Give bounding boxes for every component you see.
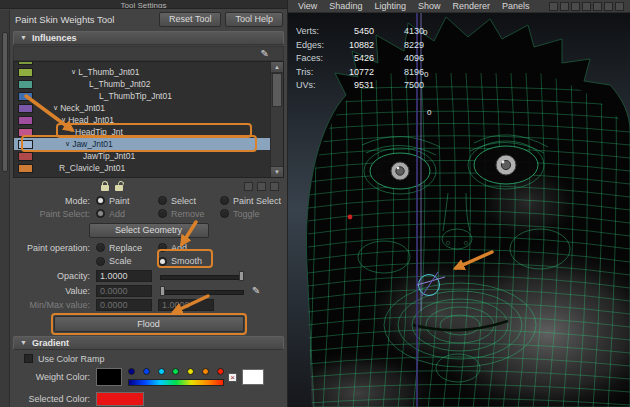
list-item[interactable]: L_Thumb_Jnt02 [14, 78, 283, 90]
mode-paint-select-radio[interactable]: Paint Select [220, 196, 281, 206]
opacity-field[interactable]: 1.0000 [96, 270, 152, 282]
chevron-down-icon: ▼ [20, 336, 27, 349]
influences-list[interactable]: ∨ L_Thumb_Jnt01 L_Thumb_Jnt02 L_ThumbTip… [13, 61, 284, 178]
menu-view[interactable]: View [292, 1, 323, 11]
safe-action-icon[interactable] [615, 2, 624, 11]
menu-show[interactable]: Show [412, 1, 447, 11]
ramp-stop[interactable] [158, 368, 165, 375]
use-color-ramp-checkbox[interactable] [24, 354, 33, 363]
weights-options-icon[interactable] [270, 182, 279, 191]
chevron-down-icon[interactable]: ∨ [71, 68, 76, 76]
select-geometry-button[interactable]: Select Geometry [89, 223, 209, 238]
ramp-stop[interactable] [128, 368, 135, 375]
menu-lighting[interactable]: Lighting [368, 1, 412, 11]
chevron-down-icon[interactable]: ∨ [65, 140, 70, 148]
grid-icon[interactable] [560, 2, 569, 11]
slider-handle[interactable] [160, 286, 165, 296]
list-item[interactable]: ∨ Head_Jnt01 [14, 114, 283, 126]
list-item-selected[interactable]: ∨ Jaw_Jnt01 [14, 138, 283, 150]
flood-button[interactable]: Flood [54, 316, 244, 332]
menu-renderer[interactable]: Renderer [446, 1, 496, 11]
joint-label: JawTip_Jnt01 [83, 151, 135, 161]
nostril [464, 241, 468, 245]
menu-shading[interactable]: Shading [323, 1, 368, 11]
joint-color-swatch[interactable] [18, 104, 33, 113]
viewport-canvas[interactable]: 0 0 0 Verts:54504130 Edges:108828229 Fac… [288, 13, 630, 407]
radio-icon [220, 196, 229, 205]
delete-stop-icon[interactable]: × [228, 373, 237, 382]
joint-color-swatch[interactable] [18, 61, 33, 65]
paint-op-add-radio[interactable]: Add [158, 243, 220, 253]
film-gate-icon[interactable] [571, 2, 580, 11]
tool-settings-tab[interactable]: Tool Settings [0, 0, 287, 9]
selected-color-swatch[interactable] [96, 392, 144, 406]
list-item[interactable]: L_ThumbTip_Jnt01 [14, 90, 283, 102]
gradient-section-header[interactable]: ▼Gradient [13, 336, 284, 350]
ramp-stop[interactable] [202, 368, 209, 375]
list-item[interactable]: HeadTip_Jnt [14, 126, 283, 138]
tool-help-button[interactable]: Tool Help [225, 12, 283, 27]
paint-select-toggle-radio[interactable]: Toggle [220, 209, 260, 219]
list-item[interactable]: ∨ Neck_Jnt01 [14, 102, 283, 114]
ramp-stop[interactable] [143, 368, 150, 375]
influences-section-header[interactable]: ▼Influences [13, 31, 284, 45]
ramp-stop[interactable] [217, 368, 224, 375]
list-item[interactable]: ∨ L_Thumb_Jnt01 [14, 66, 283, 78]
joint-color-swatch[interactable] [18, 68, 33, 77]
paint-select-add-radio[interactable]: Add [96, 209, 158, 219]
gradient-header-label: Gradient [32, 338, 69, 348]
value-field[interactable]: 0.0000 [96, 285, 152, 297]
list-item[interactable]: JawTip_Jnt01 [14, 150, 283, 162]
copy-weights-icon[interactable] [244, 182, 253, 191]
list-scrollbar[interactable]: ▲ ▼ [270, 62, 283, 177]
pencil-icon[interactable]: ✎ [261, 49, 269, 59]
mode-paint-radio[interactable]: Paint [96, 196, 158, 206]
camera-icon[interactable] [549, 2, 558, 11]
mode-paint-select-label: Paint Select [233, 196, 281, 206]
opacity-slider[interactable] [160, 270, 244, 282]
joint-color-swatch[interactable] [18, 128, 33, 137]
pencil-icon[interactable]: ✎ [252, 286, 260, 296]
influence-tools-row [10, 178, 287, 194]
gate-mask-icon[interactable] [593, 2, 602, 11]
joint-label: L_Thumb_Jnt01 [78, 67, 139, 77]
list-scrollbar-thumb[interactable] [272, 73, 282, 107]
ramp-stop[interactable] [172, 368, 179, 375]
list-item[interactable]: R_Clavicle_Jnt01 [14, 162, 283, 174]
paint-op-replace-radio[interactable]: Replace [96, 243, 158, 253]
mode-select-radio[interactable]: Select [158, 196, 220, 206]
paint-select-remove-radio[interactable]: Remove [158, 209, 220, 219]
value-slider[interactable] [160, 285, 244, 297]
reset-tool-button[interactable]: Reset Tool [159, 12, 221, 27]
ramp-stop[interactable] [187, 368, 194, 375]
resolution-gate-icon[interactable] [582, 2, 591, 11]
joint-color-swatch[interactable] [18, 152, 33, 161]
joint-color-swatch[interactable] [18, 140, 33, 149]
paint-op-smooth-radio[interactable]: Smooth [158, 256, 220, 266]
scroll-up-icon[interactable]: ▲ [271, 62, 283, 73]
joint-label: HeadTip_Jnt [75, 127, 123, 137]
chevron-down-icon[interactable]: ∨ [61, 116, 66, 124]
panel-scrollbar[interactable] [0, 10, 10, 407]
min-value-field[interactable]: 0.0000 [96, 299, 152, 311]
paste-weights-icon[interactable] [257, 182, 266, 191]
panel-scrollbar-thumb[interactable] [2, 32, 8, 172]
unlock-icon[interactable] [112, 177, 126, 195]
menu-panels[interactable]: Panels [496, 1, 536, 11]
color-ramp[interactable] [128, 367, 224, 387]
ramp-gradient-bar[interactable] [128, 379, 224, 386]
joint-color-swatch[interactable] [18, 164, 33, 173]
slider-handle[interactable] [239, 271, 244, 281]
paint-op-scale-radio[interactable]: Scale [96, 256, 158, 266]
scroll-down-icon[interactable]: ▼ [271, 166, 283, 177]
chevron-down-icon[interactable]: ∨ [53, 104, 58, 112]
joint-color-swatch[interactable] [18, 80, 33, 89]
lock-icon[interactable] [98, 177, 112, 195]
chevron-down-icon: ▼ [20, 31, 27, 44]
joint-color-swatch[interactable] [18, 116, 33, 125]
field-chart-icon[interactable] [604, 2, 613, 11]
max-value-field[interactable]: 1.0000 [158, 299, 214, 311]
weight-color-swatch[interactable] [96, 368, 122, 386]
ramp-end-color-swatch[interactable] [242, 369, 264, 385]
joint-color-swatch[interactable] [18, 92, 33, 101]
